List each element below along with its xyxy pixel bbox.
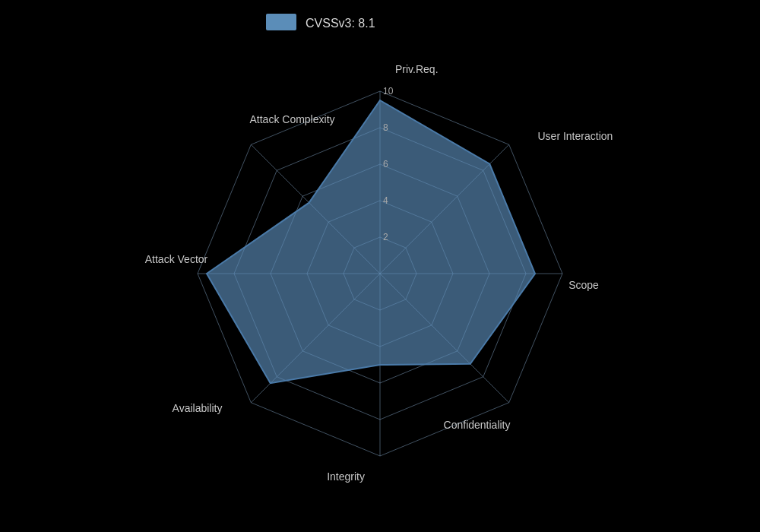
svg-text:Scope: Scope <box>568 279 599 291</box>
svg-text:4: 4 <box>383 195 388 206</box>
svg-text:2: 2 <box>383 232 388 242</box>
svg-text:Priv.Req.: Priv.Req. <box>395 63 439 75</box>
svg-text:Integrity: Integrity <box>327 470 365 483</box>
svg-text:Availability: Availability <box>173 402 223 414</box>
svg-text:Attack Vector: Attack Vector <box>145 253 208 265</box>
chart-container: Attack VectorAttack ComplexityPriv.Req.U… <box>0 0 760 532</box>
svg-text:10: 10 <box>383 86 394 97</box>
svg-text:6: 6 <box>383 159 388 169</box>
svg-text:Attack Complexity: Attack Complexity <box>249 113 334 125</box>
svg-text:User Interaction: User Interaction <box>538 130 613 142</box>
svg-rect-27 <box>266 14 296 30</box>
svg-text:CVSSv3: 8.1: CVSSv3: 8.1 <box>306 17 375 30</box>
svg-text:Confidentiality: Confidentiality <box>444 419 511 431</box>
radar-chart: Attack VectorAttack ComplexityPriv.Req.U… <box>0 0 760 532</box>
svg-text:8: 8 <box>383 122 388 133</box>
